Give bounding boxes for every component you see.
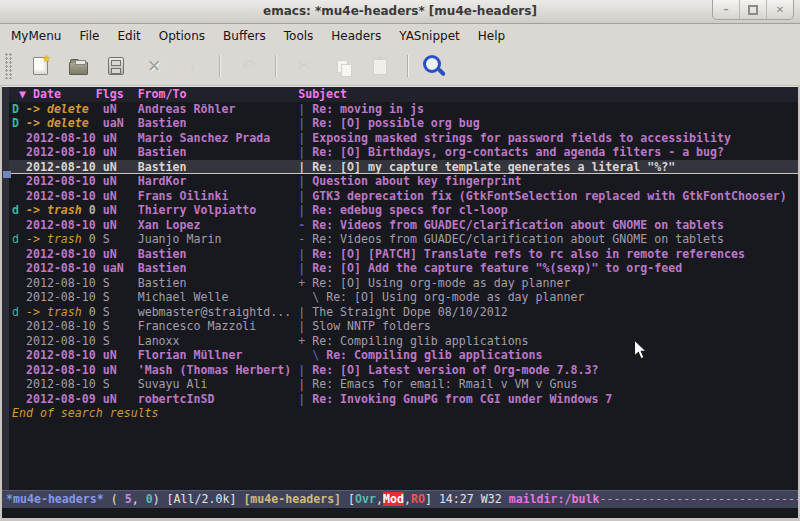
row-text [96, 131, 103, 145]
row-text [12, 276, 26, 290]
date-field: 2012-08-10 [26, 276, 96, 290]
minibuffer[interactable] [2, 508, 798, 518]
message-row[interactable]: 2012-08-10 S Bastien + Re: [O] Using org… [12, 276, 798, 291]
toolbar: ★✕↓↶✂ [0, 47, 800, 86]
flags-field: uN [103, 247, 138, 261]
message-row[interactable]: D -> delete uN Andreas Röhler | Re: movi… [12, 102, 798, 117]
flags-field: uN [103, 145, 138, 159]
thread-mark: d [12, 305, 26, 319]
date-field: 2012-08-10 [26, 348, 96, 362]
copy-icon [337, 60, 348, 73]
message-row[interactable]: 2012-08-10 uN HardKor | Question about k… [12, 174, 798, 189]
message-row[interactable]: 2012-08-10 uN 'Mash (Thomas Herbert) | R… [12, 363, 798, 378]
action-count: 0 [82, 305, 96, 319]
menu-tools[interactable]: Tools [275, 27, 323, 45]
close-button[interactable]: ✕ [766, 0, 793, 19]
from-field: Florian Müllner [138, 348, 292, 362]
new-file-button[interactable]: ★ [25, 52, 55, 80]
row-text [96, 145, 103, 159]
flags-field: S [103, 319, 138, 333]
flags-field: uN [103, 363, 138, 377]
date-field: 2012-08-10 [26, 189, 96, 203]
message-row[interactable]: 2012-08-10 uaN Bastien | Re: [O] Add the… [12, 261, 798, 276]
subject-field: Re: [O] Birthdays, org-contacts and agen… [312, 145, 724, 159]
flags-field: uaN [103, 116, 138, 130]
menu-headers[interactable]: Headers [322, 27, 390, 45]
subject-field: Question about key fingerprint [312, 174, 521, 188]
message-row[interactable]: 2012-08-10 S Francesco Mazzoli | Slow NN… [12, 319, 798, 334]
save-as-button: ↓ [177, 52, 207, 80]
from-field: Bastien [138, 261, 292, 275]
from-field: Andreas Röhler [138, 102, 292, 116]
column-headers[interactable]: ▼ Date Flgs From/To Subject [9, 87, 798, 102]
message-row[interactable]: d -> trash 0 uN Thierry Volpiatto | Re: … [12, 203, 798, 218]
row-text [291, 290, 312, 304]
message-row[interactable]: 2012-08-10 uN Xan Lopez - Re: Videos fro… [12, 218, 798, 233]
row-text [12, 145, 26, 159]
toolbar-grip-handle[interactable] [5, 53, 13, 79]
open-folder-button[interactable] [63, 52, 93, 80]
action-label: -> delete [26, 102, 89, 116]
modeline: *mu4e-headers* ( 5, 0) [All/2.0k] [mu4e-… [2, 490, 798, 508]
window-title: emacs: *mu4e-headers* [mu4e-headers] [0, 4, 800, 18]
menu-mymenu[interactable]: MyMenu [2, 27, 70, 45]
flags-field: S [103, 305, 138, 319]
modeline-segment: ) [All/2.0k] [153, 492, 244, 506]
modeline-segment: maildir:/bulk [509, 492, 600, 506]
minimize-button[interactable]: – [713, 0, 739, 19]
subject-field: Re: [O] Using org-mode as day planner [326, 290, 584, 304]
menu-help[interactable]: Help [469, 27, 514, 45]
message-row[interactable]: 2012-08-10 uN Bastien | Re: [O] [PATCH] … [12, 247, 798, 262]
row-text [291, 348, 312, 362]
from-field: Francesco Mazzoli [138, 319, 292, 333]
subject-field: Re: Videos from GUADEC/clarification abo… [312, 232, 724, 246]
from-field: HardKor [138, 174, 292, 188]
mu4e-headers-buffer: ▼ Date Flgs From/To SubjectD -> delete u… [2, 86, 798, 490]
modeline-segment: [mu4e-headers] [243, 492, 341, 506]
menu-file[interactable]: File [70, 27, 108, 45]
menu-edit[interactable]: Edit [109, 27, 150, 45]
maximize-button[interactable] [739, 0, 766, 19]
from-field: Bastien [138, 160, 292, 174]
thread-symbol: - [298, 232, 312, 246]
message-row[interactable]: 2012-08-10 uN Florian Müllner \ Re: Comp… [12, 348, 798, 363]
message-row[interactable]: 2012-08-10 uN Bastien | Re: [O] Birthday… [12, 145, 798, 160]
message-row[interactable]: 2012-08-10 S Suvayu Ali | Re: Emacs for … [12, 377, 798, 392]
message-row[interactable]: 2012-08-10 S Lanoxx + Re: Compiling glib… [12, 334, 798, 349]
toolbar-separator [407, 55, 409, 77]
message-row[interactable]: 2012-08-09 uN robertcInSD | Re: Invoking… [12, 392, 798, 407]
message-row[interactable]: d -> trash 0 S webmaster@straightd... | … [12, 305, 798, 320]
delete-button[interactable]: ✕ [139, 52, 169, 80]
from-field: Juanjo Marin [138, 232, 292, 246]
modeline-segment: RO [411, 492, 425, 506]
titlebar[interactable]: emacs: *mu4e-headers* [mu4e-headers] – ✕ [0, 0, 800, 24]
message-row[interactable]: 2012-08-10 uN Frans Oilinki | GTK3 depre… [12, 189, 798, 204]
message-row[interactable]: 2012-08-10 uN Mario Sanchez Prada | Expo… [12, 131, 798, 146]
subject-field: Re: [O] Using org-mode as day planner [312, 276, 570, 290]
minimize-icon: – [724, 5, 729, 15]
message-row[interactable]: D -> delete uaN Bastien | Re: [O] possib… [12, 116, 798, 131]
menu-options[interactable]: Options [150, 27, 214, 45]
thread-symbol: | [298, 261, 312, 275]
search-button[interactable] [421, 52, 451, 80]
modeline-segment: ( [104, 492, 125, 506]
row-text [96, 392, 103, 406]
thread-symbol: | [298, 174, 312, 188]
buffer-text: ▼ Date Flgs From/To SubjectD -> delete u… [12, 87, 798, 421]
message-row[interactable]: 2012-08-10 S Michael Welle \ Re: [O] Usi… [12, 290, 798, 305]
scrollbar[interactable] [2, 87, 9, 490]
message-row[interactable]: d -> trash 0 S Juanjo Marin - Re: Videos… [12, 232, 798, 247]
save-as-icon: ↓ [184, 58, 200, 74]
menu-yasnippet[interactable]: YASnippet [390, 27, 469, 45]
menu-buffers[interactable]: Buffers [214, 27, 275, 45]
save-button[interactable] [101, 52, 131, 80]
flags-field: S [103, 334, 138, 348]
delete-x-icon: ✕ [147, 58, 161, 75]
date-field: 2012-08-10 [26, 160, 96, 174]
subject-field: Re: Emacs for email: Rmail v VM v Gnus [312, 377, 577, 391]
row-text [96, 261, 103, 275]
modeline-segment: , [376, 492, 383, 506]
row-text [12, 160, 26, 174]
message-row[interactable]: 2012-08-10 uN Bastien | Re: [O] my captu… [9, 160, 798, 175]
thread-symbol: | [298, 189, 312, 203]
